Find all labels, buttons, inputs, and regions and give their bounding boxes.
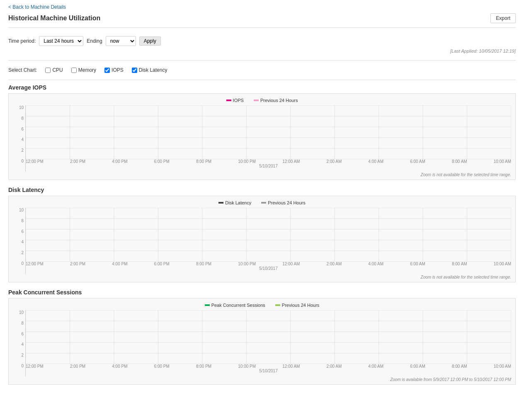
ps-x-6: 10:00 PM — [238, 364, 256, 369]
iops-x-1: 12:00 PM — [26, 159, 44, 164]
iops-chart-container: IOPS Previous 24 Hours 10 8 6 4 2 0 — [8, 93, 516, 180]
ps-x-10: 6:00 AM — [410, 364, 425, 369]
apply-button[interactable]: Apply — [139, 36, 161, 46]
dl-x-5: 8:00 PM — [196, 262, 211, 266]
ending-label: Ending — [87, 38, 102, 44]
disk-latency-zoom-note: Zoom is not available for the selected t… — [13, 275, 511, 279]
last-applied-text: [Last Applied: 10/05/2017 12:19] — [8, 49, 516, 53]
ps-y-8: 8 — [13, 321, 24, 325]
dl-x-2: 2:00 PM — [70, 262, 85, 266]
iops-y-0: 0 — [13, 159, 24, 163]
ps-x-8: 2:00 AM — [327, 364, 342, 369]
iops-legend-color-2 — [254, 100, 259, 101]
disk-latency-checkbox-label[interactable]: Disk Latency — [132, 67, 167, 73]
chart-select-label: Select Chart: — [8, 67, 37, 73]
disk-latency-legend-item-2: Previous 24 Hours — [261, 200, 306, 205]
dl-y-8: 8 — [13, 218, 24, 223]
peak-sessions-chart-area: 10 8 6 4 2 0 — [13, 310, 511, 376]
iops-x-date: 5/10/2017 — [26, 164, 511, 168]
iops-chart-area: 10 8 6 4 2 0 — [13, 105, 511, 172]
iops-label: IOPS — [112, 67, 124, 73]
cpu-checkbox[interactable] — [45, 68, 51, 73]
dl-x-7: 12:00 AM — [282, 262, 300, 266]
disk-latency-x-axis: 12:00 PM 2:00 PM 4:00 PM 6:00 PM 8:00 PM… — [26, 262, 511, 274]
time-period-select[interactable]: Last 24 hours Last 7 days Last 30 days — [39, 36, 83, 46]
cpu-checkbox-label[interactable]: CPU — [45, 67, 63, 73]
ps-x-3: 4:00 PM — [112, 364, 127, 369]
iops-x-8: 2:00 AM — [327, 159, 342, 164]
export-button[interactable]: Export — [490, 13, 516, 23]
ending-select[interactable]: now custom — [106, 36, 136, 46]
dl-x-1: 12:00 PM — [26, 262, 44, 266]
iops-x-6: 10:00 PM — [238, 159, 256, 164]
memory-label: Memory — [78, 67, 96, 73]
disk-latency-chart-area: 10 8 6 4 2 0 — [13, 208, 511, 274]
peak-sessions-chart-container: Peak Concurrent Sessions Previous 24 Hou… — [8, 298, 516, 385]
disk-latency-legend-item-1: Disk Latency — [218, 200, 251, 205]
cpu-label: CPU — [52, 67, 63, 73]
disk-latency-legend: Disk Latency Previous 24 Hours — [13, 200, 511, 205]
ps-y-10: 10 — [13, 310, 24, 315]
peak-sessions-legend: Peak Concurrent Sessions Previous 24 Hou… — [13, 303, 511, 308]
back-to-machine-link[interactable]: Back to Machine Details — [8, 4, 66, 10]
iops-checkbox-label[interactable]: IOPS — [104, 67, 124, 73]
peak-sessions-x-axis: 12:00 PM 2:00 PM 4:00 PM 6:00 PM 8:00 PM… — [26, 364, 511, 376]
ps-x-2: 2:00 PM — [70, 364, 85, 369]
disk-latency-chart-title: Disk Latency — [8, 187, 516, 193]
iops-chart-title: Average IOPS — [8, 84, 516, 91]
dl-y-4: 4 — [13, 240, 24, 244]
peak-sessions-y-axis: 10 8 6 4 2 0 — [13, 310, 25, 376]
iops-legend-item-2: Previous 24 Hours — [254, 98, 298, 103]
ps-y-6: 6 — [13, 332, 24, 336]
peak-sessions-grid-svg — [26, 310, 511, 364]
iops-y-6: 6 — [13, 127, 24, 131]
dl-y-0: 0 — [13, 261, 24, 266]
ps-x-4: 6:00 PM — [154, 364, 170, 369]
dl-y-2: 2 — [13, 250, 24, 255]
iops-x-10: 6:00 AM — [410, 159, 425, 164]
dl-x-4: 6:00 PM — [154, 262, 170, 266]
disk-latency-legend-label-1: Disk Latency — [225, 200, 251, 205]
dl-x-6: 10:00 PM — [238, 262, 256, 266]
ps-y-0: 0 — [13, 364, 24, 368]
disk-latency-legend-color-2 — [261, 202, 266, 204]
iops-x-5: 8:00 PM — [196, 159, 211, 164]
separator-2 — [8, 80, 516, 80]
iops-y-axis: 10 8 6 4 2 0 — [13, 105, 25, 172]
iops-x-9: 4:00 AM — [368, 159, 383, 164]
iops-legend: IOPS Previous 24 Hours — [13, 98, 511, 103]
disk-latency-grid-svg — [26, 208, 511, 262]
iops-x-2: 2:00 PM — [70, 159, 85, 164]
page-title: Historical Machine Utilization — [8, 15, 100, 22]
disk-latency-y-axis: 10 8 6 4 2 0 — [13, 208, 25, 274]
disk-latency-label: Disk Latency — [139, 67, 167, 73]
ps-x-9: 4:00 AM — [368, 364, 383, 369]
dl-x-9: 4:00 AM — [368, 262, 383, 266]
iops-grid-svg — [26, 105, 511, 159]
dl-y-10: 10 — [13, 208, 24, 212]
memory-checkbox[interactable] — [71, 68, 77, 73]
memory-checkbox-label[interactable]: Memory — [71, 67, 96, 73]
disk-latency-legend-color-1 — [218, 202, 223, 204]
iops-x-3: 4:00 PM — [112, 159, 127, 164]
ps-x-7: 12:00 AM — [282, 364, 300, 369]
iops-y-4: 4 — [13, 137, 24, 142]
disk-latency-chart-section: Disk Latency Disk Latency Previous 24 Ho… — [8, 187, 516, 282]
ps-y-2: 2 — [13, 353, 24, 357]
dl-x-12: 10:00 AM — [494, 262, 511, 266]
dl-x-10: 6:00 AM — [410, 262, 425, 266]
disk-latency-legend-label-2: Previous 24 Hours — [268, 200, 306, 205]
iops-checkbox[interactable] — [104, 68, 110, 73]
iops-y-2: 2 — [13, 148, 24, 153]
iops-x-7: 12:00 AM — [282, 159, 300, 164]
peak-sessions-legend-label-2: Previous 24 Hours — [282, 303, 320, 308]
ps-y-4: 4 — [13, 342, 24, 347]
dl-y-6: 6 — [13, 229, 24, 234]
disk-latency-checkbox[interactable] — [132, 68, 137, 73]
iops-legend-item-1: IOPS — [226, 98, 244, 103]
peak-sessions-chart-section: Peak Concurrent Sessions Peak Concurrent… — [8, 289, 516, 385]
iops-x-11: 8:00 AM — [452, 159, 467, 164]
dl-x-3: 4:00 PM — [112, 262, 127, 266]
peak-sessions-legend-color-1 — [205, 304, 210, 306]
chart-select-row: Select Chart: CPU Memory IOPS Disk Laten… — [8, 65, 516, 75]
